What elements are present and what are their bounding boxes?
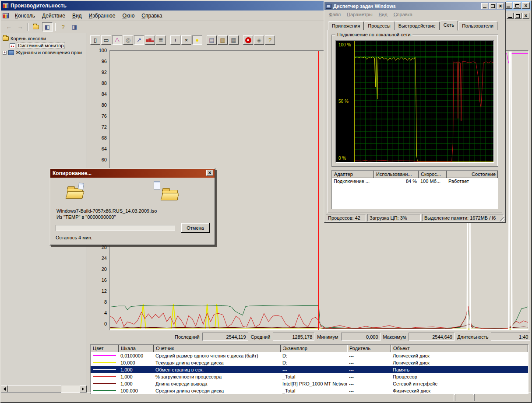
view-report-button[interactable]: ≣ bbox=[156, 35, 166, 45]
tm-tab-1[interactable]: Процессы bbox=[364, 21, 394, 30]
tree-item-console-root[interactable]: Корень консоли bbox=[2, 35, 86, 42]
counter-counter: Текущая длина очереди диска bbox=[154, 360, 281, 365]
adapter-cell-1: 84 % bbox=[374, 178, 419, 185]
tm-close-button[interactable] bbox=[497, 3, 504, 9]
dialog-close-button[interactable] bbox=[206, 170, 213, 176]
delete-counter-icon: × bbox=[185, 37, 188, 43]
adapter-column-header-2[interactable]: Скорос... bbox=[419, 171, 447, 178]
menu-item-0[interactable]: Консоль bbox=[11, 11, 39, 20]
tm-menu-item-3[interactable]: Справка bbox=[391, 11, 416, 18]
update-data-button[interactable]: ◈ bbox=[254, 35, 264, 45]
adapter-column-header-0[interactable]: Адаптер bbox=[332, 171, 374, 178]
counter-row[interactable]: 1,000Обмен страниц в сек.------Память bbox=[91, 366, 528, 373]
delete-counter-button[interactable]: × bbox=[181, 35, 191, 45]
tm-tab-2[interactable]: Быстродействие bbox=[395, 21, 440, 30]
freeze-display-button[interactable]: × bbox=[243, 35, 253, 45]
counter-object: Сетевой интерфейс bbox=[391, 381, 528, 386]
view-histogram-button[interactable]: ▅▇▃ bbox=[145, 35, 155, 45]
copy-dialog-title-bar[interactable]: Копирование... bbox=[50, 169, 215, 178]
child-restore-button[interactable] bbox=[514, 13, 521, 19]
tree-item-logs-alerts[interactable]: Журналы и оповещения прои bbox=[2, 49, 86, 56]
counter-row[interactable]: 0,0100000Средний размер одного чтения с … bbox=[91, 352, 528, 359]
tm-maximize-button[interactable] bbox=[489, 3, 496, 9]
scroll-left-button[interactable] bbox=[1, 385, 8, 392]
tm-status-section-2: Выделение памяти: 1672МБ / I6 bbox=[422, 214, 504, 221]
forward-button[interactable]: → bbox=[15, 22, 25, 32]
copy-properties-button[interactable]: ▤ bbox=[207, 35, 217, 45]
column-header-3[interactable]: Экземпляр bbox=[281, 345, 347, 352]
column-header-5[interactable]: Объект bbox=[391, 345, 528, 352]
column-header-0[interactable]: Цвет bbox=[91, 345, 119, 352]
scroll-right-button[interactable] bbox=[80, 385, 87, 392]
time-remaining: Осталось 4 мин. bbox=[56, 235, 209, 240]
help-monitor-icon: ? bbox=[268, 37, 271, 43]
counter-counter: % загруженности процессора bbox=[154, 374, 281, 379]
paste-counter-list-button[interactable]: ▥ bbox=[218, 35, 228, 45]
tm-tab-3[interactable]: Сеть bbox=[440, 21, 458, 31]
tm-menu-item-1[interactable]: Параметры bbox=[344, 11, 376, 18]
counter-instance: --- bbox=[281, 367, 347, 372]
counter-row[interactable]: 1,000Длина очереди выводаIntel[R] PRO_10… bbox=[91, 380, 528, 387]
show-hide-console-tree-button[interactable]: ◧ bbox=[42, 22, 53, 32]
counter-object: Логический диск bbox=[391, 353, 528, 358]
counter-color-swatch bbox=[93, 390, 116, 391]
adapter-column-header-3[interactable]: Состояние bbox=[447, 171, 498, 178]
tree-item-system-monitor[interactable]: Системный монитор bbox=[2, 42, 86, 49]
help-button[interactable]: ? bbox=[58, 22, 68, 32]
menu-item-2[interactable]: Вид bbox=[69, 11, 85, 20]
help-monitor-button[interactable]: ? bbox=[265, 35, 275, 45]
tm-tab-4[interactable]: Пользователи bbox=[458, 21, 497, 30]
adapter-column-header-1[interactable]: Использовани... bbox=[374, 171, 419, 178]
counter-row[interactable]: 10,000Текущая длина очереди дискаD:---Ло… bbox=[91, 359, 528, 366]
y-axis-label: 68 bbox=[102, 135, 107, 140]
up-one-level-button[interactable] bbox=[31, 22, 41, 32]
menu-item-5[interactable]: Справка bbox=[138, 11, 166, 20]
adapter-table-body: Подключение ...84 %100 Мб...Работает bbox=[332, 178, 498, 185]
scrollbar-thumb[interactable] bbox=[8, 385, 61, 392]
view-current-activity-button[interactable]: ╱╲ bbox=[112, 35, 122, 45]
tm-minimize-button[interactable] bbox=[481, 3, 488, 9]
expand-plus-icon[interactable] bbox=[3, 51, 7, 55]
arrow-left-icon bbox=[2, 387, 6, 391]
scrollbar-track[interactable] bbox=[61, 385, 80, 392]
copy-animation bbox=[56, 180, 209, 207]
add-counter-button[interactable]: + bbox=[170, 35, 180, 45]
series-4 bbox=[503, 53, 528, 63]
column-header-2[interactable]: Счетчик bbox=[154, 345, 281, 352]
highlight-button[interactable]: ● bbox=[192, 35, 202, 45]
new-counter-set-button[interactable]: ▯ bbox=[90, 35, 100, 45]
menu-item-1[interactable]: Действие bbox=[39, 11, 69, 20]
show-hide-console-tree-icon: ◧ bbox=[45, 24, 50, 30]
tree-horizontal-scrollbar[interactable] bbox=[1, 385, 87, 392]
properties-button[interactable]: ▦ bbox=[229, 35, 239, 45]
child-close-button[interactable] bbox=[522, 13, 529, 19]
y-axis-label: 96 bbox=[102, 59, 107, 64]
menu-item-3[interactable]: Избранное bbox=[85, 11, 119, 20]
view-log-data-icon: ◎ bbox=[126, 37, 130, 43]
cancel-button[interactable]: Отмена bbox=[181, 223, 209, 232]
counter-parent: --- bbox=[347, 367, 391, 372]
close-button[interactable] bbox=[522, 2, 530, 9]
show-hide-action-pane-button[interactable]: ◨ bbox=[69, 22, 80, 32]
adapter-row[interactable]: Подключение ...84 %100 Мб...Работает bbox=[332, 178, 498, 185]
tm-tab-0[interactable]: Приложения bbox=[328, 21, 364, 30]
child-minimize-button[interactable] bbox=[507, 13, 514, 19]
clear-display-button[interactable]: ▭ bbox=[101, 35, 111, 45]
tm-status-section-0: Процессов: 42 bbox=[326, 214, 366, 221]
column-header-1[interactable]: Шкала bbox=[119, 345, 154, 352]
tree-item-label: Корень консоли bbox=[11, 36, 46, 41]
counter-row[interactable]: 1,000% загруженности процессора_Total---… bbox=[91, 373, 528, 380]
view-graph-button[interactable]: ↗ bbox=[134, 35, 144, 45]
maximize-button[interactable] bbox=[513, 2, 521, 9]
tm-menu-item-2[interactable]: Вид bbox=[376, 11, 391, 18]
tm-menu-item-0[interactable]: Файл bbox=[326, 11, 344, 18]
column-header-4[interactable]: Родитель bbox=[347, 345, 391, 352]
counter-scale: 1,000 bbox=[119, 381, 154, 386]
y-axis-label: 8 bbox=[104, 299, 107, 305]
task-manager-title-bar[interactable]: Диспетчер задач Windows bbox=[324, 2, 505, 10]
status-section bbox=[474, 394, 530, 401]
back-button[interactable]: ← bbox=[4, 22, 14, 32]
view-log-data-button[interactable]: ◎ bbox=[123, 35, 133, 45]
menu-item-4[interactable]: Окно bbox=[119, 11, 138, 20]
logs-icon bbox=[8, 50, 14, 55]
